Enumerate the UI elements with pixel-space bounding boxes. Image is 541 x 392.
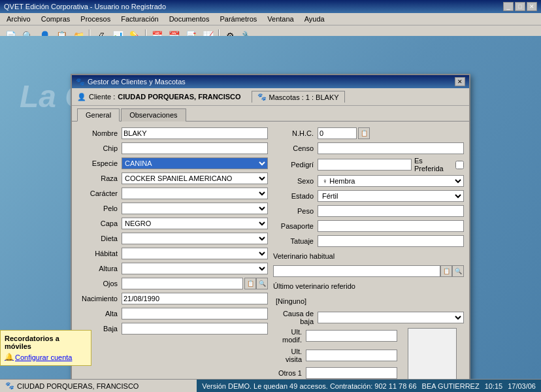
select-pelo[interactable] — [122, 203, 268, 214]
select-dieta[interactable] — [122, 233, 268, 244]
tab-observaciones[interactable]: Observaciones — [121, 108, 186, 122]
photo-box — [408, 328, 457, 380]
row-especie: Especie CANINA FELINA EXÓTICOS — [77, 157, 268, 170]
select-capa[interactable]: NEGRO — [122, 218, 268, 229]
input-nombre[interactable] — [122, 127, 268, 139]
dialog-tabs: General Observaciones — [72, 106, 469, 122]
input-ojos[interactable] — [122, 278, 243, 289]
label-pasaporte: Pasaporte — [273, 222, 318, 230]
menu-facturacion[interactable]: Facturación — [117, 14, 162, 24]
nhc-btn[interactable]: 📋 — [358, 127, 370, 139]
row-capa: Capa NEGRO — [77, 217, 268, 230]
select-causa-baja[interactable] — [318, 312, 464, 323]
statusbar-right: Versión DEMO. Le quedan 49 accesos. Cont… — [197, 380, 541, 392]
input-nacimiento[interactable] — [122, 293, 268, 304]
menu-procesos[interactable]: Procesos — [76, 14, 114, 24]
label-altura: Altura — [77, 265, 122, 272]
label-ojos: Ojos — [77, 280, 122, 287]
vet-habitual-btn1[interactable]: 📋 — [440, 265, 452, 277]
input-peso[interactable] — [318, 205, 464, 217]
select-caracter[interactable] — [122, 188, 268, 199]
ojos-btn1[interactable]: 📋 — [244, 278, 256, 289]
close-btn[interactable]: ✕ — [527, 2, 537, 11]
row-dieta: Dieta — [77, 232, 268, 245]
label-peso: Peso — [273, 207, 318, 215]
select-altura[interactable] — [122, 263, 268, 274]
input-otros1[interactable] — [306, 367, 397, 379]
input-alta[interactable] — [122, 308, 268, 319]
label-pelo: Pelo — [77, 204, 122, 212]
input-ult-modif[interactable] — [306, 330, 397, 342]
menu-ventana[interactable]: Ventana — [263, 14, 297, 24]
label-capa: Capa — [77, 220, 122, 227]
label-ult-modif: Ult. modif. — [273, 328, 306, 344]
label-estado: Estado — [273, 192, 318, 200]
statusbar-user: BEA GUTIERREZ — [422, 382, 480, 390]
select-habitat[interactable] — [122, 248, 268, 259]
statusbar-date: 17/03/06 — [508, 382, 536, 390]
row-pelo: Pelo — [77, 202, 268, 215]
statusbar-time: 10:15 — [485, 382, 503, 390]
menu-documentos[interactable]: Documentos — [165, 14, 214, 24]
menu-compras[interactable]: Compras — [37, 14, 74, 24]
input-ult-visita[interactable] — [306, 350, 397, 361]
label-sexo: Sexo — [273, 177, 318, 185]
dialog-gestor: 🐾 Gestor de Clientes y Mascotas ✕ 👤 Clie… — [71, 74, 470, 392]
input-vet-habitual[interactable] — [273, 265, 440, 277]
input-chip[interactable] — [122, 142, 268, 154]
label-raza: Raza — [77, 174, 122, 182]
select-estado[interactable]: Fértil Gestante Esterilizado — [318, 190, 464, 202]
label-nacimiento: Nacimiento — [77, 295, 122, 302]
notification-link[interactable]: 🔔 Configurar cuenta — [5, 353, 87, 361]
label-nombre: Nombre — [77, 129, 122, 137]
maximize-btn[interactable]: □ — [515, 2, 525, 11]
ojos-btn2[interactable]: 🔍 — [256, 278, 268, 289]
row-sexo: Sexo ♀ Hembra ♂ Macho — [273, 174, 464, 188]
dialog-close-btn[interactable]: ✕ — [455, 77, 465, 86]
select-sexo[interactable]: ♀ Hembra ♂ Macho — [318, 175, 464, 187]
input-censo[interactable] — [318, 142, 464, 154]
label-nhc: N.H.C. — [273, 129, 318, 137]
minimize-btn[interactable]: _ — [503, 2, 514, 11]
bell-icon: 🔔 — [5, 353, 14, 361]
input-nhc[interactable] — [318, 127, 357, 139]
dialog-titlebar: 🐾 Gestor de Clientes y Mascotas ✕ — [72, 75, 469, 88]
select-raza[interactable]: COCKER SPANIEL AMERICANO — [122, 172, 268, 184]
row-ojos: Ojos 📋 🔍 — [77, 277, 268, 290]
mascota-label: Mascotas : 1 : BLAKY — [269, 93, 339, 101]
client-label: Cliente : — [89, 93, 115, 101]
form-right: N.H.C. 📋 Censo Pedigrí Es Preferida Sexo — [273, 127, 464, 392]
row-nacimiento: Nacimiento — [77, 292, 268, 305]
statusbar-client: CIUDAD PORQUERAS, FRANCISCO — [17, 382, 139, 390]
client-bar: 👤 Cliente : CIUDAD PORQUERAS, FRANCISCO … — [72, 88, 469, 106]
label-chip: Chip — [77, 144, 122, 152]
input-baja[interactable] — [122, 323, 268, 335]
label-tatuaje: Tatuaje — [273, 237, 318, 245]
menu-archivo[interactable]: Archivo — [3, 14, 35, 24]
label-caracter: Carácter — [77, 189, 122, 197]
row-alta: Alta — [77, 307, 268, 320]
client-icon: 👤 — [77, 93, 86, 101]
input-pedigri[interactable] — [318, 159, 412, 171]
row-ult-modif: Ult. modif. — [273, 328, 397, 344]
menu-parametros[interactable]: Parámetros — [216, 14, 261, 24]
row-peso: Peso — [273, 204, 464, 218]
tab-general[interactable]: General — [77, 108, 120, 122]
app-title: QVET Edición Corporativa - Usuario no Re… — [4, 3, 166, 10]
input-pasaporte[interactable] — [318, 220, 464, 232]
input-tatuaje[interactable] — [318, 235, 464, 247]
row-caracter: Carácter — [77, 187, 268, 200]
row-raza: Raza COCKER SPANIEL AMERICANO — [77, 172, 268, 185]
row-pedigri: Pedigrí Es Preferida — [273, 157, 464, 172]
row-otros1: Otros 1 — [273, 367, 397, 379]
label-vet-habitual: Veterinario habitual — [273, 252, 335, 260]
checkbox-es-preferida[interactable] — [455, 161, 464, 169]
menu-ayuda[interactable]: Ayuda — [301, 14, 329, 24]
mascota-tab[interactable]: 🐾 Mascotas : 1 : BLAKY — [252, 91, 345, 103]
row-pasaporte: Pasaporte — [273, 220, 464, 233]
label-pedigri: Pedigrí — [273, 161, 318, 169]
select-especie[interactable]: CANINA FELINA EXÓTICOS — [122, 157, 268, 169]
vet-habitual-btn2[interactable]: 🔍 — [452, 265, 464, 277]
row-chip: Chip — [77, 142, 268, 155]
label-especie: Especie — [77, 159, 122, 167]
